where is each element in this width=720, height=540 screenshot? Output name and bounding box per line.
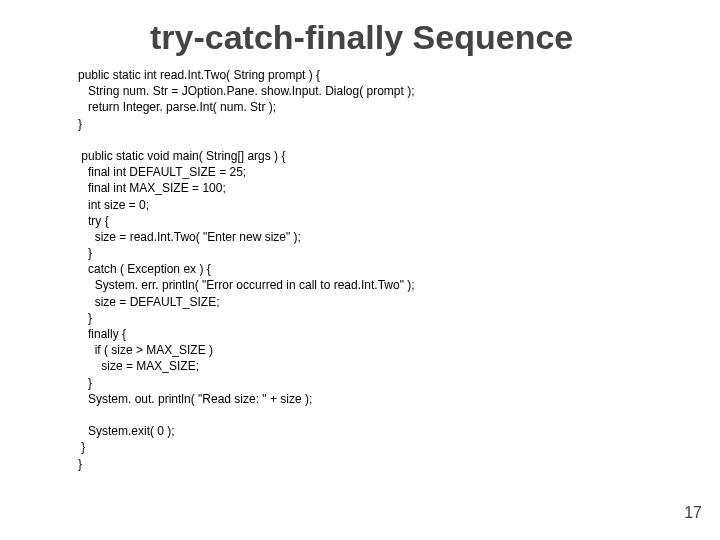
slide-title: try-catch-finally Sequence [150, 18, 720, 57]
page-number: 17 [684, 504, 702, 522]
code-block: public static int read.Int.Two( String p… [78, 67, 720, 472]
